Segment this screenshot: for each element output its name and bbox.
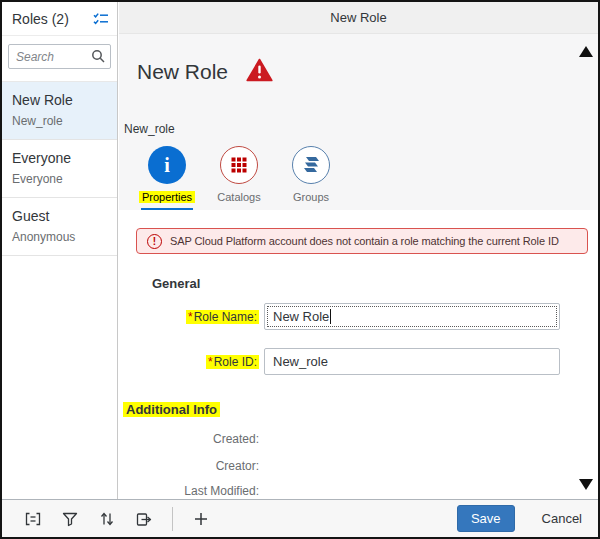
search-box bbox=[8, 44, 111, 69]
scroll-up-arrow[interactable] bbox=[579, 46, 593, 57]
tab-properties-label: Properties bbox=[139, 191, 195, 203]
tab-groups-label: Groups bbox=[293, 191, 329, 203]
role-name-label: *Role Name: bbox=[119, 310, 259, 324]
role-id-row: *Role ID: New_role bbox=[119, 348, 598, 376]
last-modified-label: Last Modified: bbox=[119, 484, 259, 498]
text-cursor bbox=[330, 309, 331, 324]
role-name-row: *Role Name: New Role bbox=[119, 303, 598, 331]
role-list-item-guest[interactable]: Guest Anonymous bbox=[2, 198, 117, 256]
general-heading: General bbox=[152, 276, 200, 291]
save-button[interactable]: Save bbox=[457, 505, 515, 532]
footer-toolbar: Save Cancel bbox=[2, 499, 598, 537]
sidebar-title: Roles (2) bbox=[12, 11, 69, 27]
page-title: New Role bbox=[330, 10, 386, 25]
copy-to-icon[interactable] bbox=[135, 510, 153, 528]
object-subtitle: New_role bbox=[124, 122, 175, 136]
tab-catalogs[interactable]: Catalogs bbox=[203, 146, 275, 211]
role-name-value: New Role bbox=[273, 309, 329, 324]
tab-groups[interactable]: Groups bbox=[275, 146, 347, 211]
warning-icon bbox=[246, 58, 273, 86]
sidebar-header: Roles (2) bbox=[2, 2, 117, 36]
role-list-item-new-role[interactable]: New Role New_role bbox=[2, 82, 117, 140]
required-marker: * bbox=[188, 310, 193, 324]
filter-icon[interactable] bbox=[61, 510, 79, 528]
info-icon: i bbox=[148, 146, 186, 184]
tab-properties[interactable]: i Properties bbox=[131, 146, 203, 211]
search-icon[interactable] bbox=[91, 49, 105, 67]
legend-icon[interactable] bbox=[24, 510, 42, 528]
object-title-row: New Role bbox=[137, 58, 273, 86]
additional-info-heading: Additional Info bbox=[123, 402, 220, 417]
role-list: New Role New_role Everyone Everyone Gues… bbox=[2, 81, 117, 256]
cancel-button[interactable]: Cancel bbox=[534, 506, 590, 531]
role-item-subtitle: Everyone bbox=[12, 172, 107, 186]
icon-tab-bar: i Properties Catalogs bbox=[131, 146, 347, 211]
role-id-input[interactable]: New_role bbox=[264, 348, 560, 375]
object-title: New Role bbox=[137, 60, 228, 84]
object-header: New Role New_role i Properties bbox=[119, 34, 598, 210]
sort-icon[interactable] bbox=[98, 510, 116, 528]
role-list-item-everyone[interactable]: Everyone Everyone bbox=[2, 140, 117, 198]
error-icon: ! bbox=[147, 234, 162, 249]
sidebar: Roles (2) New Role N bbox=[2, 2, 118, 499]
role-item-title: Everyone bbox=[12, 150, 107, 166]
main-panel: New Role New Role New_role i bbox=[119, 2, 598, 499]
toolbar-divider bbox=[172, 507, 173, 531]
creator-label: Creator: bbox=[119, 459, 259, 473]
role-item-title: New Role bbox=[12, 92, 107, 108]
grid-icon bbox=[220, 146, 258, 184]
properties-form: ! SAP Cloud Platform account does not co… bbox=[119, 210, 598, 499]
created-label: Created: bbox=[119, 432, 259, 446]
error-message-text: SAP Cloud Platform account does not cont… bbox=[170, 235, 559, 247]
multi-select-icon[interactable] bbox=[93, 12, 109, 26]
role-item-subtitle: New_role bbox=[12, 114, 107, 128]
role-item-subtitle: Anonymous bbox=[12, 230, 107, 244]
add-icon[interactable] bbox=[192, 510, 210, 528]
role-id-label: *Role ID: bbox=[119, 355, 259, 369]
layers-icon bbox=[292, 146, 330, 184]
tab-catalogs-label: Catalogs bbox=[217, 191, 260, 203]
page-header: New Role bbox=[119, 2, 598, 34]
scroll-down-arrow[interactable] bbox=[579, 479, 593, 490]
error-message-strip: ! SAP Cloud Platform account does not co… bbox=[136, 228, 588, 254]
required-marker: * bbox=[208, 355, 213, 369]
role-item-title: Guest bbox=[12, 208, 107, 224]
app-window: Roles (2) New Role N bbox=[0, 0, 600, 539]
role-name-input[interactable]: New Role bbox=[264, 303, 560, 330]
role-id-value: New_role bbox=[273, 354, 328, 369]
